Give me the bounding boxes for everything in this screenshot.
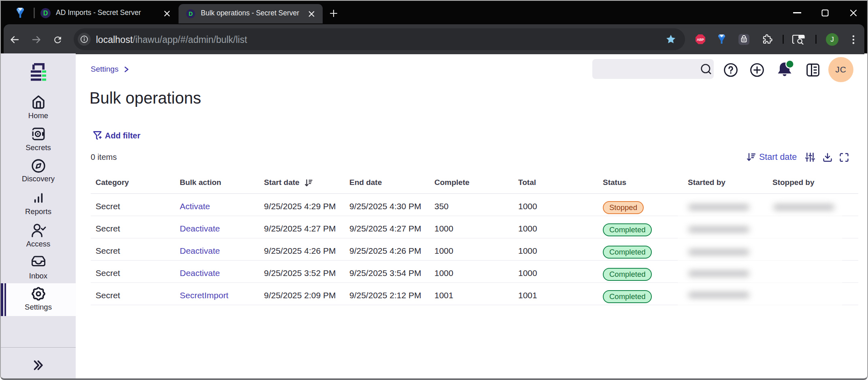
svg-text:ABP: ABP	[697, 38, 704, 42]
